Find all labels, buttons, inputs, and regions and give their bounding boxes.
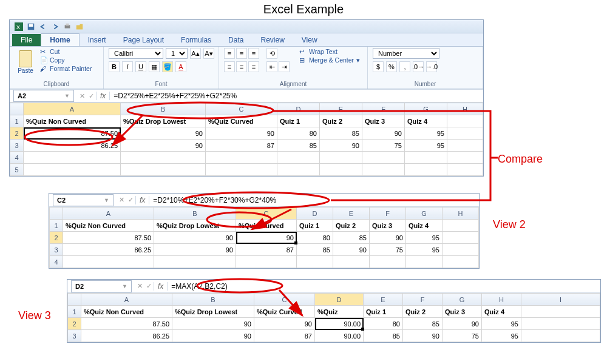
cell[interactable]: Quiz 4 xyxy=(405,115,447,127)
cell[interactable]: 95 xyxy=(405,127,447,140)
cell[interactable]: Quiz 4 xyxy=(482,306,521,318)
row-header[interactable]: 2 xyxy=(50,232,63,244)
fx-icon[interactable]: fx xyxy=(96,92,110,100)
view1-name-box[interactable]: A2▼ xyxy=(13,90,74,102)
cell[interactable] xyxy=(521,318,600,330)
col-header[interactable]: D xyxy=(315,294,364,306)
cell[interactable] xyxy=(443,232,479,244)
cell[interactable] xyxy=(443,244,479,256)
cell[interactable]: Quiz 3 xyxy=(370,220,406,232)
cell[interactable]: 85 xyxy=(403,318,443,330)
cell[interactable]: 90 xyxy=(172,318,254,330)
cell[interactable]: 90 xyxy=(154,232,236,244)
row-header[interactable]: 1 xyxy=(68,306,81,318)
row-header[interactable]: 4 xyxy=(50,256,63,268)
col-header[interactable]: A xyxy=(63,207,154,220)
cell[interactable]: 87 xyxy=(254,330,315,342)
cell[interactable]: Quiz 3 xyxy=(443,306,482,318)
align-right-button[interactable]: ≡ xyxy=(248,61,259,72)
view2-name-box[interactable]: C2▼ xyxy=(53,194,114,206)
cell[interactable]: 80 xyxy=(277,127,320,140)
select-all-corner[interactable] xyxy=(50,207,63,220)
shrink-font-button[interactable]: A▾ xyxy=(203,48,214,59)
row-header[interactable]: 2 xyxy=(68,318,81,330)
row-header-1[interactable]: 1 xyxy=(10,115,24,127)
col-header[interactable]: H xyxy=(443,207,479,220)
copy-button[interactable]: 📄Copy xyxy=(40,56,92,64)
tab-page-layout[interactable]: Page Layout xyxy=(115,34,172,46)
col-header[interactable]: H xyxy=(482,294,521,306)
col-header-G[interactable]: G xyxy=(405,103,447,115)
cell[interactable]: 87.50 xyxy=(63,232,154,244)
font-name-select[interactable]: Calibri xyxy=(109,48,163,59)
save-icon[interactable] xyxy=(27,22,35,31)
view1-grid[interactable]: A B C D E F G H 1 %Quiz Non Curved %Quiz… xyxy=(10,103,483,176)
cell[interactable]: 95 xyxy=(482,318,521,330)
col-header-H[interactable]: H xyxy=(447,103,483,115)
cell[interactable]: 85 xyxy=(297,244,333,256)
row-header-3[interactable]: 3 xyxy=(10,140,24,152)
tab-insert[interactable]: Insert xyxy=(80,34,115,46)
cell[interactable] xyxy=(521,306,600,318)
fx-icon[interactable]: fx xyxy=(154,282,168,291)
cell[interactable]: 90 xyxy=(333,244,370,256)
cell[interactable]: %Quiz Non Curved xyxy=(81,306,172,318)
cell[interactable]: Quiz 1 xyxy=(277,115,320,127)
col-header[interactable]: B xyxy=(154,207,236,220)
align-center-button[interactable]: ≡ xyxy=(236,61,247,72)
col-header-B[interactable]: B xyxy=(121,103,206,115)
col-header[interactable]: G xyxy=(406,207,443,220)
italic-button[interactable]: I xyxy=(122,61,133,72)
align-middle-button[interactable]: ≡ xyxy=(236,48,247,59)
cell[interactable]: %Quiz Drop Lowest xyxy=(172,306,254,318)
cancel-icon[interactable]: ✕ xyxy=(117,196,126,204)
enter-icon[interactable]: ✓ xyxy=(87,92,96,100)
underline-button[interactable]: U xyxy=(135,61,146,72)
select-all-corner[interactable] xyxy=(68,294,81,306)
col-header-D[interactable]: D xyxy=(277,103,320,115)
cell[interactable]: 90 xyxy=(172,330,254,342)
col-header-F[interactable]: F xyxy=(362,103,405,115)
cell[interactable]: 90 xyxy=(154,244,236,256)
cell[interactable]: 87 xyxy=(236,244,297,256)
font-color-button[interactable]: A xyxy=(175,61,186,72)
fill-color-button[interactable]: 🪣 xyxy=(162,61,173,72)
cell[interactable]: %Quiz Non Curved xyxy=(24,115,121,127)
cell[interactable]: 95 xyxy=(406,232,443,244)
cell[interactable]: Quiz 1 xyxy=(364,306,403,318)
col-header[interactable]: B xyxy=(172,294,254,306)
cell-D2[interactable]: 90.00 xyxy=(315,318,364,330)
comma-format-button[interactable]: , xyxy=(399,61,410,72)
cell[interactable]: Quiz 2 xyxy=(320,115,362,127)
col-header-A[interactable]: A xyxy=(24,103,121,115)
border-button[interactable]: ▦ xyxy=(149,61,160,72)
merge-center-button[interactable]: ⊞Merge & Center ▾ xyxy=(299,56,360,64)
cell[interactable]: %Quiz Curved xyxy=(254,306,315,318)
grow-font-button[interactable]: A▴ xyxy=(190,48,201,59)
cell[interactable]: 95 xyxy=(405,140,447,152)
col-header[interactable]: F xyxy=(403,294,443,306)
col-header-E[interactable]: E xyxy=(320,103,362,115)
col-header[interactable]: E xyxy=(364,294,403,306)
cancel-icon[interactable]: ✕ xyxy=(135,282,144,290)
cell[interactable]: 86.25 xyxy=(81,330,172,342)
percent-format-button[interactable]: % xyxy=(386,61,397,72)
cell[interactable]: 95 xyxy=(406,244,443,256)
bold-button[interactable]: B xyxy=(109,61,120,72)
cell[interactable]: 87 xyxy=(206,140,277,152)
tab-view[interactable]: View xyxy=(293,34,326,46)
view3-formula[interactable]: =MAX(A2,B2,C2) xyxy=(168,282,600,291)
print-icon[interactable] xyxy=(63,22,72,31)
cell[interactable]: Quiz 2 xyxy=(333,220,370,232)
tab-review[interactable]: Review xyxy=(252,34,293,46)
accounting-format-button[interactable]: $ xyxy=(373,61,384,72)
col-header-C[interactable]: C xyxy=(206,103,277,115)
col-header[interactable]: C xyxy=(254,294,315,306)
cell[interactable]: 95 xyxy=(482,330,521,342)
cell[interactable]: 75 xyxy=(443,330,482,342)
cell[interactable]: 90.00 xyxy=(315,330,364,342)
orientation-button[interactable]: ⟲ xyxy=(266,48,277,59)
cell[interactable] xyxy=(521,330,600,342)
cell[interactable]: 85 xyxy=(320,127,362,140)
col-header[interactable]: E xyxy=(333,207,370,220)
